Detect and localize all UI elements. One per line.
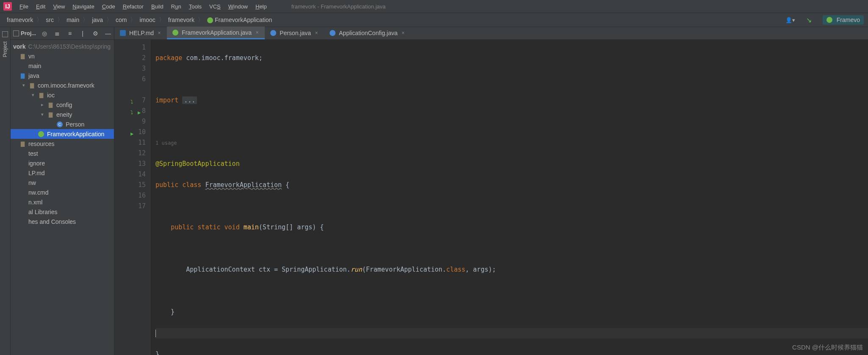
tree-item[interactable]: nw [11, 178, 114, 187]
tree-item-label: nw [28, 179, 36, 186]
tree-item[interactable]: ignore [11, 158, 114, 168]
settings-gear-icon[interactable]: ⚙ [92, 30, 99, 37]
editor-tab[interactable]: Person.java× [265, 27, 324, 39]
tree-arrow-icon[interactable]: ▾ [32, 92, 38, 98]
tree-item-label: n.xml [28, 199, 42, 206]
main-menu: File Edit View Navigate Code Refactor Bu… [19, 3, 267, 10]
tree-item[interactable]: ▾▇eneity [11, 110, 114, 119]
menu-file[interactable]: File [19, 3, 28, 10]
breadcrumb: framevork〉 src〉 main〉 java〉 com〉 imooc〉 … [4, 16, 275, 24]
hide-icon[interactable]: — [105, 30, 111, 37]
menu-bar: IJ File Edit View Navigate Code Refactor… [0, 0, 868, 13]
tree-item-label: com.imooc.framevork [38, 82, 94, 89]
tab-label: FramevorkApplication.java [182, 29, 252, 36]
code-editor[interactable]: 1 2 3 6 ⤵7 ⤵▶8 9 ▶10 11 12 13 14 15 16 1… [114, 40, 868, 355]
crumb-1[interactable]: src [43, 16, 56, 24]
tree-item-label: nw.cmd [28, 189, 48, 196]
menu-view[interactable]: View [53, 3, 65, 10]
menu-tools[interactable]: Tools [189, 3, 202, 10]
tree-arrow-icon[interactable]: ▾ [22, 83, 28, 88]
main-area: Project Proj... ◎ ≣ ≡ | ⚙ — vork C:\User… [0, 27, 868, 355]
editor-area: HELP.md×FramevorkApplication.java×Person… [114, 27, 868, 355]
crumb-6[interactable]: framevork [166, 16, 197, 24]
tree-root[interactable]: vork C:\Users\86153\Desktop\spring [11, 41, 114, 51]
markdown-icon [119, 30, 126, 36]
tree-item[interactable]: n.xml [11, 197, 114, 207]
menu-build[interactable]: Build [151, 3, 164, 10]
tree-item-label: main [28, 63, 41, 69]
menu-refactor[interactable]: Refactor [123, 3, 144, 10]
run-config-label: Framevo [837, 17, 860, 23]
tree-item[interactable]: ▇resources [11, 139, 114, 149]
tree-item-label: Person [66, 121, 84, 128]
tree-item[interactable]: CPerson [11, 119, 114, 129]
close-icon[interactable]: × [255, 30, 260, 35]
tree-item-label: java [28, 72, 39, 79]
springboot-icon [172, 29, 179, 36]
tree-item[interactable]: al Libraries [11, 207, 114, 217]
project-tool-label[interactable]: Project [1, 40, 9, 59]
menu-window[interactable]: Window [228, 3, 248, 10]
target-icon[interactable]: ◎ [41, 30, 48, 37]
collapse-all-icon[interactable]: ≡ [67, 30, 73, 37]
close-icon[interactable]: × [157, 30, 162, 36]
project-panel-title[interactable]: Proj... [13, 30, 36, 36]
editor-tab[interactable]: HELP.md× [114, 27, 167, 39]
tree-item[interactable]: main [11, 61, 114, 71]
tree-item[interactable]: ▸▇config [11, 100, 114, 110]
editor-tab[interactable]: ApplicationConfig.java× [324, 27, 411, 39]
tree-item-label: config [56, 102, 72, 108]
tree-item[interactable]: ▇java [11, 71, 114, 80]
tree-item[interactable]: ▾▇com.imooc.framevork [11, 80, 114, 90]
tree-item[interactable]: nw.cmd [11, 187, 114, 197]
expand-all-icon[interactable]: ≣ [54, 30, 61, 37]
crumb-4[interactable]: com [113, 16, 129, 24]
tool-strip-left: Project [0, 27, 11, 355]
project-tree[interactable]: vork C:\Users\86153\Desktop\spring ▇vnma… [11, 40, 114, 355]
java-class-icon [329, 30, 336, 36]
tree-item[interactable]: test [11, 149, 114, 158]
watermark: CSDN @什么时候养猫猫 [792, 344, 863, 352]
build-hammer-icon[interactable]: ↘ [804, 15, 814, 25]
project-tool-icon[interactable] [2, 31, 8, 37]
file-icon [19, 150, 26, 157]
tree-arrow-icon[interactable]: ▸ [41, 102, 47, 107]
tree-item[interactable]: ▾▇ioc [11, 90, 114, 100]
code-content[interactable]: package com.imooc.framevork; import ... … [150, 40, 868, 355]
tree-arrow-icon[interactable]: ▾ [41, 112, 47, 117]
java-class-icon [270, 30, 277, 36]
tree-item[interactable]: LP.md [11, 168, 114, 178]
divider-icon: | [79, 30, 86, 37]
folder-icon: ▇ [47, 111, 54, 118]
crumb-0[interactable]: framevork [4, 16, 36, 24]
crumb-7[interactable]: FramevorkApplication [205, 16, 275, 24]
crumb-2[interactable]: main [64, 16, 82, 24]
crumb-3[interactable]: java [89, 16, 105, 24]
project-panel: Proj... ◎ ≣ ≡ | ⚙ — vork C:\Users\86153\… [11, 27, 114, 355]
fold-marker[interactable]: ... [182, 96, 197, 104]
tree-item[interactable]: ▇vn [11, 51, 114, 61]
folder-icon: ▇ [19, 140, 26, 147]
file-icon [19, 179, 26, 186]
menu-navigate[interactable]: Navigate [72, 3, 94, 10]
tree-item[interactable]: hes and Consoles [11, 217, 114, 226]
tree-item-label: ioc [47, 92, 55, 99]
menu-edit[interactable]: Edit [36, 3, 45, 10]
run-config-selector[interactable]: Framevo [823, 15, 864, 25]
tree-item[interactable]: FramevorkApplication [11, 129, 114, 139]
file-icon [19, 199, 26, 206]
menu-code[interactable]: Code [102, 3, 115, 10]
file-icon [19, 160, 26, 167]
menu-vcs[interactable]: VCS [209, 3, 221, 10]
usage-hint[interactable]: 1 usage [155, 140, 177, 146]
menu-run[interactable]: Run [171, 3, 181, 10]
close-icon[interactable]: × [314, 30, 319, 36]
close-icon[interactable]: × [401, 30, 406, 36]
crumb-5[interactable]: imooc [137, 16, 158, 24]
editor-tabs: HELP.md×FramevorkApplication.java×Person… [114, 27, 868, 40]
user-icon[interactable]: 👤▾ [785, 15, 796, 25]
tree-item-label: hes and Consoles [28, 218, 76, 225]
tree-item-label: test [28, 150, 38, 157]
menu-help[interactable]: Help [255, 3, 267, 10]
editor-tab[interactable]: FramevorkApplication.java× [167, 27, 265, 39]
